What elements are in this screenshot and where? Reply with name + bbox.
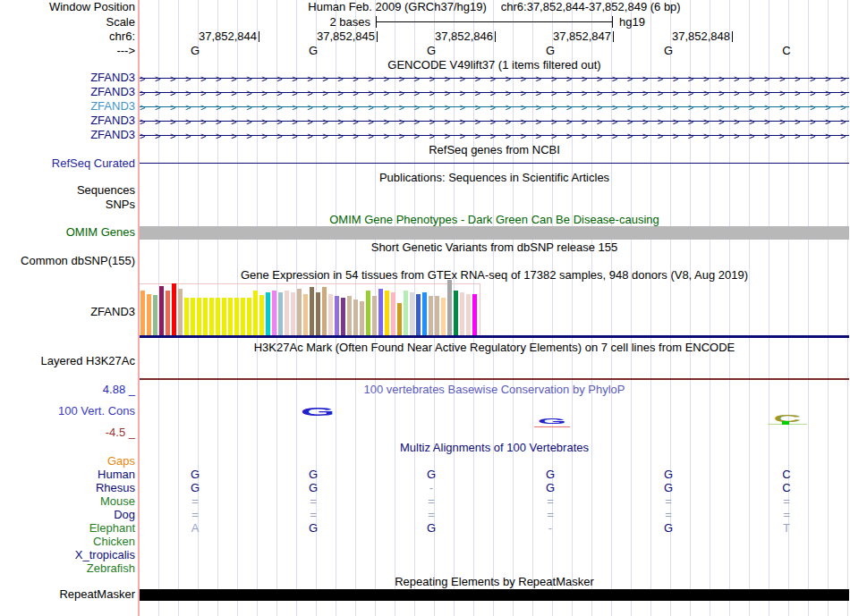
dbsnp-label[interactable]: Common dbSNP(155) [0, 255, 135, 266]
gene-label[interactable]: ZFAND3 [0, 86, 135, 97]
gtex-bar[interactable] [153, 295, 157, 335]
gtex-bar[interactable] [209, 298, 214, 335]
gtex-bar[interactable] [241, 298, 245, 335]
gtex-bar[interactable] [297, 289, 302, 335]
gtex-bar[interactable] [140, 291, 145, 335]
gene-label[interactable]: ZFAND3 [0, 129, 135, 140]
gene-label[interactable]: ZFAND3 [0, 114, 135, 126]
gtex-bar[interactable] [385, 291, 389, 335]
window-position-label: Window Position [0, 1, 135, 13]
refseq-track-title[interactable]: RefSeq genes from NCBI [140, 144, 849, 156]
gtex-bar[interactable] [316, 292, 320, 335]
species-label[interactable]: Mouse [0, 495, 135, 507]
gtex-bar[interactable] [435, 296, 439, 335]
gtex-bar[interactable] [466, 294, 471, 335]
gtex-bar[interactable] [197, 298, 201, 335]
base-letter: G [309, 45, 318, 56]
h3k27ac-label[interactable]: Layered H3K27Ac [0, 355, 135, 367]
gtex-bar[interactable] [366, 291, 370, 335]
gtex-bar[interactable] [322, 287, 327, 335]
h3k27ac-track-title[interactable]: H3K27Ac Mark (Often Found Near Active Re… [140, 342, 849, 353]
gtex-bar[interactable] [372, 296, 377, 335]
ruler-tick [613, 31, 614, 42]
gtex-bar[interactable] [410, 292, 414, 335]
gtex-bar[interactable] [272, 291, 276, 335]
species-label[interactable]: Human [0, 468, 135, 480]
repeatmasker-label[interactable]: RepeatMasker [0, 588, 135, 600]
repeatmasker-bar[interactable] [140, 589, 849, 601]
gtex-bar[interactable] [266, 292, 270, 335]
gtex-bar[interactable] [378, 289, 383, 335]
gtex-bar[interactable] [341, 298, 345, 335]
gtex-bar[interactable] [222, 298, 226, 335]
gtex-bar[interactable] [247, 298, 251, 335]
gtex-bar[interactable] [203, 298, 208, 335]
gtex-bar[interactable] [172, 283, 176, 335]
gtex-bar[interactable] [253, 291, 258, 335]
sequences-label[interactable]: Sequences [0, 184, 135, 196]
gtex-bar[interactable] [228, 298, 233, 335]
publications-track-title[interactable]: Publications: Sequences in Scientific Ar… [140, 172, 849, 183]
gtex-bar[interactable] [291, 292, 295, 335]
omim-gene-bar[interactable] [140, 226, 849, 240]
gene-row[interactable]: >>>>>>>>>>>>>>>>>>>>>>>>>>>>>>>>>>>>>>>>… [140, 86, 849, 100]
gtex-bar[interactable] [328, 294, 333, 335]
omim-track-title[interactable]: OMIM Gene Phenotypes - Dark Green Can Be… [140, 214, 849, 225]
gtex-bar[interactable] [310, 287, 314, 335]
gtex-bar[interactable] [234, 298, 239, 335]
gtex-bar[interactable] [178, 289, 183, 335]
gtex-bar[interactable] [397, 303, 402, 335]
gtex-bar[interactable] [147, 294, 151, 335]
dbsnp-track-title[interactable]: Short Genetic Variants from dbSNP releas… [140, 241, 849, 253]
gtex-bar[interactable] [353, 300, 358, 335]
omim-genes-label[interactable]: OMIM Genes [0, 226, 135, 238]
gtex-bar[interactable] [454, 291, 458, 335]
gtex-bar[interactable] [360, 301, 364, 335]
gtex-bar[interactable] [259, 295, 264, 335]
gtex-bar[interactable] [391, 292, 395, 335]
species-label[interactable]: Chicken [0, 536, 135, 547]
refseq-curated-label[interactable]: RefSeq Curated [0, 157, 135, 169]
species-label[interactable]: Elephant [0, 522, 135, 534]
phylop-label[interactable]: 100 Vert. Cons [0, 405, 135, 417]
gencode-track-title[interactable]: GENCODE V49lift37 (1 items filtered out) [140, 59, 849, 71]
species-label[interactable]: Gaps [0, 455, 135, 467]
species-label[interactable]: X_tropicalis [0, 549, 135, 561]
gtex-bar[interactable] [347, 296, 352, 335]
gtex-bar[interactable] [285, 291, 289, 335]
gtex-bar[interactable] [441, 298, 446, 335]
gtex-bar[interactable] [404, 291, 408, 335]
gtex-bar[interactable] [460, 292, 464, 335]
species-label[interactable]: Zebrafish [0, 562, 135, 574]
multiz-track-title[interactable]: Multiz Alignments of 100 Vertebrates [140, 442, 849, 453]
gtex-bar[interactable] [216, 298, 220, 335]
alignment-base: = [428, 495, 435, 507]
species-label[interactable]: Rhesus [0, 482, 135, 494]
gtex-bar[interactable] [335, 296, 339, 335]
gtex-bar[interactable] [429, 296, 433, 335]
gene-label[interactable]: ZFAND3 [0, 100, 135, 112]
snps-label[interactable]: SNPs [0, 198, 135, 210]
gtex-bar[interactable] [303, 294, 308, 335]
gtex-bar[interactable] [191, 298, 195, 335]
refseq-gene-line[interactable] [140, 163, 849, 164]
gtex-bar[interactable] [159, 286, 164, 335]
gtex-bar[interactable] [278, 292, 283, 335]
repeatmasker-track-title[interactable]: Repeating Elements by RepeatMasker [140, 576, 849, 587]
species-label[interactable]: Dog [0, 509, 135, 520]
gtex-bar[interactable] [447, 280, 452, 335]
gtex-bar[interactable] [472, 294, 477, 335]
gene-row[interactable]: >>>>>>>>>>>>>>>>>>>>>>>>>>>>>>>>>>>>>>>>… [140, 129, 849, 143]
gene-row[interactable]: >>>>>>>>>>>>>>>>>>>>>>>>>>>>>>>>>>>>>>>>… [140, 114, 849, 129]
gtex-track-title[interactable]: Gene Expression in 54 tissues from GTEx … [140, 269, 849, 281]
gene-label[interactable]: ZFAND3 [0, 72, 135, 83]
gtex-gene-label[interactable]: ZFAND3 [0, 306, 135, 317]
phylop-track-title[interactable]: 100 vertebrates Basewise Conservation by… [140, 384, 849, 395]
gtex-bar[interactable] [422, 292, 427, 335]
gtex-bar[interactable] [416, 294, 421, 335]
gene-row[interactable]: >>>>>>>>>>>>>>>>>>>>>>>>>>>>>>>>>>>>>>>>… [140, 72, 849, 86]
gene-row[interactable]: >>>>>>>>>>>>>>>>>>>>>>>>>>>>>>>>>>>>>>>>… [140, 100, 849, 114]
gtex-bar[interactable] [166, 291, 170, 335]
base-letter: G [191, 45, 200, 56]
gtex-bar[interactable] [184, 298, 189, 335]
